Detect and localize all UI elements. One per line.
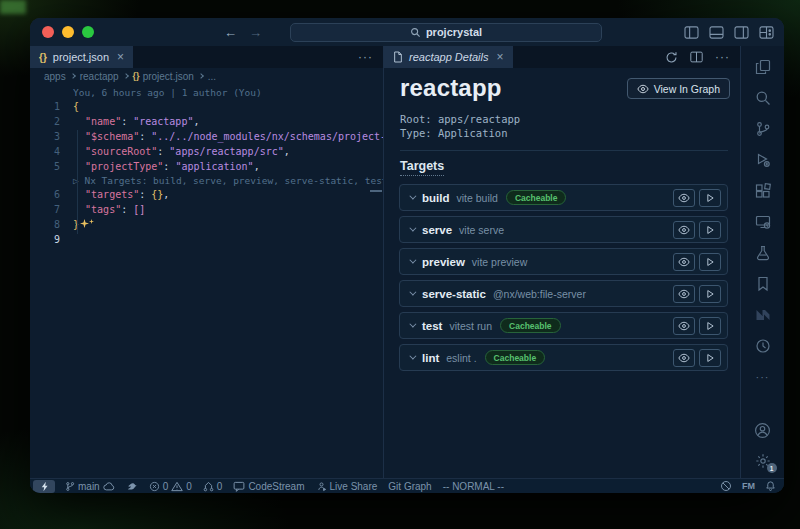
breadcrumb-item[interactable]: reactapp — [80, 71, 119, 82]
nx-project-details-panel: reactapp View In Graph Root: apps/reacta… — [385, 68, 740, 478]
line-number: 5 — [30, 159, 60, 174]
extensions-icon[interactable] — [754, 182, 772, 200]
refresh-icon[interactable] — [665, 51, 678, 64]
breadcrumb-item[interactable]: project.json — [143, 71, 194, 82]
json-file-icon: {} — [133, 71, 140, 81]
breadcrumb[interactable]: apps reactapp {} project.json ... — [30, 68, 383, 84]
tab-bar: {} project.json × ··· reactapp Details ×… — [30, 46, 740, 68]
run-target-button[interactable] — [699, 189, 721, 207]
search-icon[interactable] — [754, 89, 772, 107]
line-number: 2 — [30, 114, 60, 129]
format-indicator[interactable]: FM — [742, 481, 755, 491]
explorer-icon[interactable] — [754, 58, 772, 76]
target-row[interactable]: lint eslint . Cacheable — [399, 344, 728, 371]
search-text: projcrystal — [426, 26, 482, 38]
scrollbar-marker[interactable] — [370, 190, 382, 192]
run-target-button[interactable] — [699, 317, 721, 335]
copilot-disabled-icon[interactable] — [720, 480, 732, 492]
run-target-button[interactable] — [699, 221, 721, 239]
target-row[interactable]: preview vite preview — [399, 248, 728, 275]
warning-count: 0 — [186, 481, 192, 492]
split-editor-icon[interactable] — [690, 51, 703, 63]
git-graph-indicator[interactable]: Git Graph — [388, 481, 431, 492]
code-editor[interactable]: You, 6 hours ago | 1 author (You)1{2 "na… — [30, 86, 383, 247]
target-row[interactable]: serve vite serve — [399, 216, 728, 243]
target-name: build — [422, 192, 449, 204]
target-command: vite preview — [472, 256, 527, 268]
history-forward-button[interactable]: → — [249, 25, 262, 40]
view-target-button[interactable] — [673, 317, 695, 335]
view-target-button[interactable] — [673, 285, 695, 303]
timeline-icon[interactable] — [754, 337, 772, 355]
customize-layout-icon[interactable] — [759, 26, 774, 39]
codestream-indicator[interactable]: CodeStream — [233, 481, 304, 492]
file-icon — [393, 51, 403, 63]
bird-extension-indicator[interactable] — [126, 481, 138, 491]
target-row[interactable]: build vite build Cacheable — [399, 184, 728, 211]
bookmarks-icon[interactable] — [754, 275, 772, 293]
error-count: 0 — [163, 481, 169, 492]
remote-indicator[interactable] — [33, 480, 55, 493]
more-editor-actions-icon[interactable]: ··· — [715, 50, 730, 64]
tab-label: reactapp Details — [409, 51, 489, 63]
testing-icon[interactable] — [754, 244, 772, 262]
eye-icon — [678, 353, 690, 363]
ports-indicator[interactable]: 0 — [203, 481, 223, 492]
chevron-down-icon[interactable] — [409, 225, 416, 232]
history-back-button[interactable]: ← — [224, 25, 237, 40]
close-window-button[interactable] — [42, 26, 54, 38]
target-row[interactable]: test vitest run Cacheable — [399, 312, 728, 339]
chevron-down-icon[interactable] — [409, 289, 416, 296]
view-target-button[interactable] — [673, 253, 695, 271]
chevron-down-icon[interactable] — [409, 257, 416, 264]
breadcrumb-item[interactable]: apps — [44, 71, 66, 82]
run-target-button[interactable] — [699, 349, 721, 367]
targets-list: build vite build Cacheable serve vite se… — [399, 184, 728, 371]
zoom-window-button[interactable] — [82, 26, 94, 38]
target-row[interactable]: serve-static @nx/web:file-server — [399, 280, 728, 307]
nx-console-icon[interactable] — [754, 306, 772, 324]
run-target-button[interactable] — [699, 285, 721, 303]
chevron-down-icon[interactable] — [409, 321, 416, 328]
additional-views-icon[interactable]: ··· — [754, 368, 772, 386]
more-editor-actions-icon[interactable]: ··· — [358, 50, 373, 64]
tab-reactapp-details[interactable]: reactapp Details × — [384, 46, 513, 68]
problems-indicator[interactable]: 0 0 — [149, 481, 192, 492]
indent-guide — [77, 130, 78, 234]
account-icon[interactable] — [754, 421, 772, 439]
run-target-button[interactable] — [699, 253, 721, 271]
vim-mode-indicator[interactable]: -- NORMAL -- — [443, 481, 504, 492]
close-tab-icon[interactable]: × — [117, 50, 124, 64]
view-target-button[interactable] — [673, 189, 695, 207]
view-target-button[interactable] — [673, 349, 695, 367]
minimize-window-button[interactable] — [62, 26, 74, 38]
chevron-down-icon[interactable] — [409, 193, 416, 200]
source-control-icon[interactable] — [754, 120, 772, 138]
toggle-secondary-sidebar-icon[interactable] — [734, 26, 749, 39]
remote-explorer-icon[interactable] — [754, 213, 772, 231]
cacheable-badge: Cacheable — [506, 190, 567, 205]
code-line: 9 — [30, 232, 383, 247]
view-in-graph-button[interactable]: View In Graph — [627, 78, 730, 99]
notifications-bell-icon[interactable] — [765, 480, 776, 492]
live-share-indicator[interactable]: Live Share — [316, 481, 378, 492]
command-center-search[interactable]: projcrystal — [290, 23, 602, 42]
toggle-sidebar-icon[interactable] — [684, 26, 699, 39]
line-number: 9 — [30, 232, 60, 247]
chevron-down-icon[interactable] — [409, 353, 416, 360]
branch-name: main — [78, 481, 100, 492]
breadcrumb-item[interactable]: ... — [208, 71, 216, 82]
target-command: eslint . — [446, 352, 476, 364]
toggle-panel-icon[interactable] — [709, 26, 724, 39]
view-target-button[interactable] — [673, 221, 695, 239]
close-tab-icon[interactable]: × — [497, 50, 504, 64]
tab-project-json[interactable]: {} project.json × — [30, 46, 133, 68]
target-name: serve — [422, 224, 452, 236]
nx-targets-codelens[interactable]: ▷ Nx Targets: build, serve, preview, ser… — [30, 174, 383, 187]
run-debug-icon[interactable] — [754, 151, 772, 169]
settings-gear-icon[interactable]: 1 — [754, 452, 772, 470]
editor-group-left: apps reactapp {} project.json ... You, 6… — [30, 68, 384, 478]
traffic-lights — [30, 26, 94, 38]
target-name: lint — [422, 352, 439, 364]
branch-indicator[interactable]: main — [65, 481, 115, 492]
